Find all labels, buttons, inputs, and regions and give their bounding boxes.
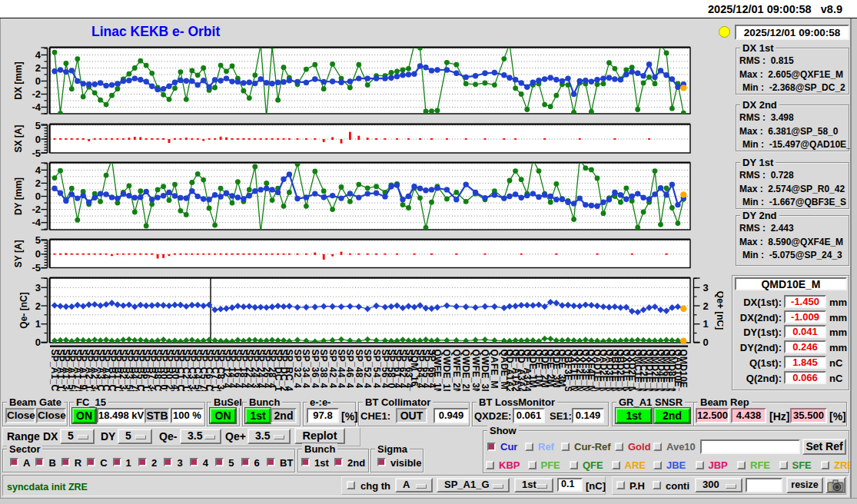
svg-text:QWDE_1M: QWDE_1M	[441, 350, 452, 397]
svg-text:DY [mm]: DY [mm]	[13, 177, 24, 215]
svg-text:4: 4	[35, 49, 42, 61]
svg-text:-2: -2	[32, 88, 41, 100]
svg-text:0: 0	[703, 337, 709, 348]
svg-text:QAFE_M: QAFE_M	[489, 350, 500, 389]
svg-text:-2: -2	[32, 204, 41, 215]
svg-text:-5: -5	[32, 262, 41, 274]
svg-text:2: 2	[35, 300, 41, 312]
svg-text:DX [mm]: DX [mm]	[13, 61, 24, 99]
svg-text:-5: -5	[32, 148, 41, 159]
svg-text:QWFE_2M: QWFE_2M	[451, 350, 462, 396]
svg-text:1: 1	[35, 318, 41, 330]
svg-text:-4: -4	[32, 101, 41, 113]
svg-text:3: 3	[703, 282, 709, 293]
svg-text:QMD10E_M: QMD10E_M	[678, 350, 689, 402]
svg-text:1: 1	[703, 318, 709, 330]
svg-text:2: 2	[35, 62, 41, 74]
svg-text:QWFE_3M: QWFE_3M	[470, 350, 481, 396]
svg-text:0: 0	[35, 191, 41, 202]
svg-text:5: 5	[35, 120, 41, 131]
svg-text:0: 0	[35, 337, 41, 348]
svg-text:4: 4	[35, 164, 42, 176]
svg-text:2: 2	[35, 177, 41, 189]
svg-text:0: 0	[35, 248, 41, 260]
svg-text:QWDE_3M: QWDE_3M	[480, 350, 490, 397]
svg-text:SX [A]: SX [A]	[13, 124, 24, 152]
svg-text:5: 5	[35, 234, 41, 246]
svg-text:SY [A]: SY [A]	[13, 240, 24, 267]
svg-text:Qe+ [nC]: Qe+ [nC]	[715, 291, 723, 330]
svg-text:3: 3	[35, 282, 41, 293]
svg-text:0: 0	[35, 134, 41, 145]
svg-text:0: 0	[35, 75, 41, 87]
svg-text:QWFE_1M: QWFE_1M	[432, 350, 443, 396]
svg-text:Qe- [nC]: Qe- [nC]	[18, 292, 29, 328]
svg-text:QWDE_2M: QWDE_2M	[460, 350, 471, 397]
svg-text:2: 2	[703, 300, 709, 312]
svg-text:-4: -4	[32, 217, 41, 228]
